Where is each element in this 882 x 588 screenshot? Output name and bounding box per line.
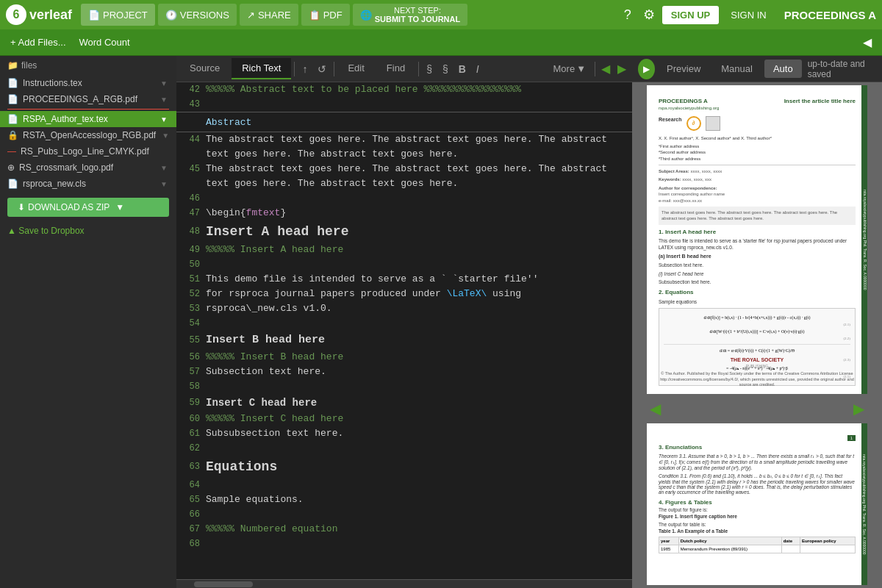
overleaf-text: verleaf <box>29 7 72 23</box>
download-icon: ⬇ <box>18 202 25 212</box>
word-count-button[interactable]: Word Count <box>75 35 135 50</box>
preview-theorem-text: Theorem 3.1. Assume that a > 0, b > 1, b… <box>659 453 856 470</box>
sidebar-item-rs-pubs-logo[interactable]: — RS_Pubs_Logo_Line_CMYK.pdf <box>0 143 176 159</box>
correspondence-label: Author for correspondence: <box>659 185 856 191</box>
files-header: 📁 files <box>0 56 176 75</box>
tab-rich-text[interactable]: Rich Text <box>232 58 291 79</box>
main-layout: 📁 files 📄 Instructions.tex ▼ 📄 PROCEEDIN… <box>0 56 882 588</box>
preview-page-2: 1 3. Enunciations Theorem 3.1. Assume th… <box>647 423 867 585</box>
bold-button[interactable]: B <box>454 60 470 78</box>
sign-up-button[interactable]: SIGN UP <box>662 6 719 24</box>
code-line: 51 This demo file is intended to serve a… <box>176 272 632 287</box>
sidebar-item-crossmark[interactable]: ⊕ RS_crossmark_logo.pdf ▼ <box>0 159 176 176</box>
next-page-button[interactable]: ▶ <box>853 400 864 417</box>
more-button[interactable]: More ▼ <box>548 60 592 77</box>
code-editor[interactable]: 42 %%%%% Abstract text to be placed here… <box>176 82 632 579</box>
preview-divider <box>659 165 856 165</box>
editor-area: Source Rich Text ↑ ↺ Edit Find § § B I M… <box>176 56 632 588</box>
top-nav: 6 verleaf 📄 PROJECT 🕐 VERSIONS ↗ SHARE 📋… <box>0 0 882 29</box>
sidebar-item-rsta-logo[interactable]: 🔒 RSTA_OpenAccesslogo_RGB.pdf ▼ <box>0 127 176 143</box>
sidebar-item-cls[interactable]: 📄 rsproca_new.cls ▼ <box>0 176 176 192</box>
horizontal-scrollbar[interactable] <box>176 579 632 588</box>
italic-button[interactable]: I <box>472 60 484 78</box>
preview-footer: THE ROYAL SOCIETY PUBLISHING © The Autho… <box>659 356 856 388</box>
sign-in-button[interactable]: SIGN IN <box>722 6 775 24</box>
preview-section-b-sub: Subsection text here. <box>659 262 856 268</box>
code-line: 68 <box>176 537 632 551</box>
table-cell-dutch-policy: Memorandum Prevention (89/391) <box>678 545 781 553</box>
preview-open-access-icon: ∂ <box>686 116 701 131</box>
preview-sample-equations: Sample equations <box>659 298 856 305</box>
file-dropdown-button[interactable]: ▼ <box>159 115 169 124</box>
auto-tab[interactable]: Auto <box>764 60 802 78</box>
code-line: 64 <box>176 478 632 492</box>
compile-button[interactable]: ▶ <box>638 59 655 79</box>
help-button[interactable]: ? <box>620 7 636 23</box>
table-header-year: year <box>659 537 679 545</box>
subject-label: Subject Areas: <box>659 169 689 173</box>
pdf-button[interactable]: 📋 PDF <box>301 4 350 26</box>
pdf-file-icon: 📄 <box>7 94 18 104</box>
table-header-date: date <box>781 537 800 545</box>
code-line: 52 for rsproca journal papers produced u… <box>176 287 632 301</box>
overleaf-logo[interactable]: 6 verleaf <box>6 4 72 25</box>
project-button[interactable]: 📄 PROJECT <box>81 4 155 26</box>
insert-button[interactable]: ↑ <box>298 60 312 78</box>
preview-content[interactable]: PROCEEDINGS A rspa.royalsocietypublishin… <box>632 82 882 588</box>
preview-enunciations-title: 3. Enunciations <box>659 444 856 451</box>
file-dropdown-button[interactable]: ▼ <box>159 163 169 173</box>
preview-section-c-title: (i) Insert C head here <box>659 270 856 277</box>
file-dropdown-button[interactable]: ▼ <box>160 131 171 140</box>
insert-a-head-line: 48 Insert A head here <box>176 220 632 243</box>
edit-button[interactable]: Edit <box>337 58 374 79</box>
code-line: 66 <box>176 507 632 522</box>
keywords-label: Keywords: <box>659 177 681 182</box>
section-icon-1[interactable]: § <box>422 60 437 78</box>
file-dropdown-button[interactable]: ▼ <box>159 79 169 88</box>
sidebar-item-proceedings-pdf[interactable]: 📄 PROCEEDINGS_A_RGB.pdf ▼ <box>0 91 176 107</box>
download-zip-button[interactable]: ⬇ DOWNLOAD AS ZIP ▼ <box>7 198 169 217</box>
preview-journal-name: PROCEEDINGS A <box>659 97 719 105</box>
code-line: 60 %%%%% Insert C head here <box>176 412 632 426</box>
table-header-european-policy: European policy <box>800 537 855 545</box>
collapse-sidebar-button[interactable]: ◀ <box>858 33 876 51</box>
preview-toolbar: ▶ Preview Manual Auto up-to-date and sav… <box>632 56 882 82</box>
clock-icon: 🕐 <box>165 10 177 21</box>
scroll-left-button[interactable]: ◀ <box>598 59 613 79</box>
preview-side-stripe: rsta.royalsocietypublishing.org Phil. Tr… <box>861 85 867 394</box>
next-step-button[interactable]: 🌐 NEXT STEP: SUBMIT TO JOURNAL <box>353 4 468 26</box>
preview-address-1: ¹First author address <box>659 143 856 149</box>
versions-button[interactable]: 🕐 VERSIONS <box>158 4 237 26</box>
file-dropdown-button[interactable]: ▼ <box>159 179 169 189</box>
toolbar-separator-4 <box>595 62 595 76</box>
lock-icon: 🔒 <box>7 130 18 140</box>
table-row: 1985 Memorandum Prevention (89/391) <box>659 545 856 553</box>
share-button[interactable]: ↗ SHARE <box>240 4 298 26</box>
tab-source[interactable]: Source <box>179 58 230 79</box>
insert-b-head-line: 55 Insert B head here <box>176 331 632 350</box>
toolbar-separator-2 <box>334 62 334 76</box>
preview-table: year Dutch policy date European policy 1… <box>659 537 856 553</box>
find-button[interactable]: Find <box>376 58 415 79</box>
insert-c-head-line: 59 Insert C head here <box>176 394 632 412</box>
preview-tab[interactable]: Preview <box>658 60 709 78</box>
add-files-button[interactable]: + Add Files... <box>6 35 71 50</box>
manual-tab[interactable]: Manual <box>712 60 761 78</box>
prev-page-button[interactable]: ◀ <box>650 400 661 417</box>
file-dropdown-button[interactable]: ▼ <box>159 95 169 104</box>
section-icon-2[interactable]: § <box>438 60 453 78</box>
save-dropbox-button[interactable]: ▲ Save to Dropbox <box>0 223 176 239</box>
scroll-right-button[interactable]: ▶ <box>614 59 629 79</box>
preview-page2-side-stripe: rsta.royalsocietypublishing.org Phil. Tr… <box>861 423 867 585</box>
toolbar-separator <box>294 62 295 76</box>
sidebar-item-instructions[interactable]: 📄 Instructions.tex ▼ <box>0 75 176 91</box>
settings-button[interactable]: ⚙ <box>639 7 659 23</box>
sidebar-item-rspa-tex[interactable]: 📄 RSPA_Author_tex.tex ▼ <box>0 111 176 127</box>
code-line: 44 The abstract text goes here. The abst… <box>176 132 632 162</box>
output-table-label: The output for table is: <box>659 522 856 527</box>
page-navigation: ◀ ▶ <box>635 397 879 420</box>
equations-heading-line: 63 Equations <box>176 456 632 478</box>
history-button[interactable]: ↺ <box>313 60 331 78</box>
code-line: 46 <box>176 191 632 206</box>
preview-logo-placeholder <box>706 116 720 131</box>
